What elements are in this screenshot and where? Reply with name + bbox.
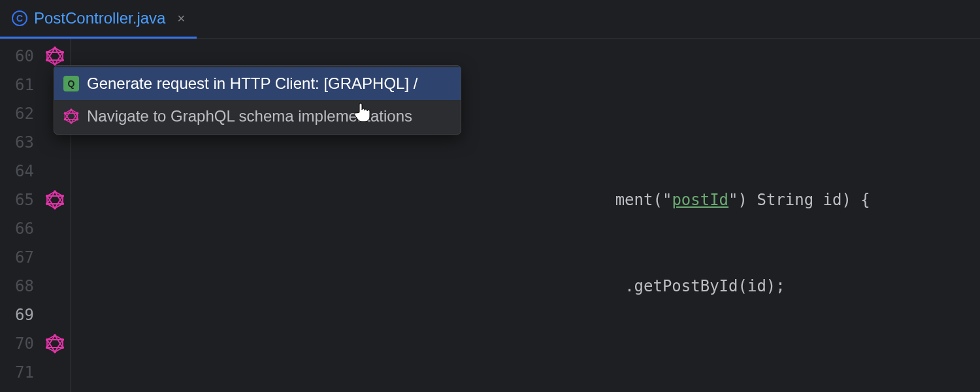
- intention-navigate-schema[interactable]: Navigate to GraphQL schema implementatio…: [54, 100, 461, 133]
- line-number: 61: [0, 71, 34, 99]
- svg-point-2: [61, 51, 64, 54]
- svg-point-16: [61, 338, 64, 341]
- line-number: 64: [0, 157, 34, 186]
- line-number: 62: [0, 99, 34, 128]
- svg-point-9: [61, 195, 64, 197]
- svg-point-27: [64, 112, 66, 114]
- line-number-gutter: 606162636465666768697071: [0, 39, 39, 392]
- line-number: 65: [0, 186, 34, 214]
- svg-point-6: [46, 51, 48, 54]
- svg-point-5: [46, 59, 48, 61]
- java-class-icon: C: [12, 10, 27, 26]
- tab-filename: PostController.java: [34, 9, 165, 27]
- gutter-spacer: [39, 358, 71, 387]
- svg-point-3: [61, 59, 64, 61]
- svg-point-12: [46, 203, 48, 205]
- editor-tab-postcontroller[interactable]: C PostController.java ×: [0, 0, 197, 39]
- line-number: 60: [0, 42, 34, 71]
- close-tab-icon[interactable]: ×: [177, 11, 185, 26]
- editor-tab-bar: C PostController.java ×: [0, 0, 980, 39]
- line-number: 66: [0, 214, 34, 243]
- svg-point-25: [70, 122, 72, 123]
- svg-point-8: [54, 190, 56, 193]
- line-number: 68: [0, 272, 34, 301]
- graphql-icon: [63, 108, 79, 124]
- gutter-spacer: [39, 214, 71, 243]
- http-client-icon: Q: [63, 76, 79, 91]
- code-line[interactable]: xxxxxxxxxxxxxxxxxxxxxxxxxxxxxxxxxxxxxxxx…: [76, 186, 980, 214]
- gutter-spacer: [39, 157, 71, 186]
- svg-point-19: [46, 346, 48, 349]
- svg-point-20: [46, 338, 48, 341]
- svg-point-18: [54, 351, 56, 353]
- svg-point-13: [46, 195, 48, 197]
- graphql-gutter-icon[interactable]: [39, 329, 71, 358]
- graphql-gutter-icon[interactable]: [39, 186, 71, 214]
- code-line[interactable]: xxxxxxxxxxxxxxxxxxxxxxxxxxxxxxxxxxxxxxxx…: [76, 272, 980, 301]
- code-editor[interactable]: 606162636465666768697071 @QueryMapping x…: [0, 39, 980, 392]
- svg-point-24: [76, 118, 78, 120]
- line-number: 71: [0, 358, 34, 387]
- line-number: 69: [0, 301, 34, 329]
- gutter-spacer: [39, 301, 71, 329]
- svg-point-10: [61, 203, 64, 205]
- popup-item-label: Navigate to GraphQL schema implementatio…: [87, 102, 412, 131]
- svg-point-22: [70, 108, 72, 110]
- gutter-spacer: [39, 272, 71, 301]
- svg-point-11: [54, 207, 56, 210]
- line-number: 67: [0, 243, 34, 272]
- line-number: 70: [0, 329, 34, 358]
- svg-point-1: [54, 46, 56, 49]
- svg-point-26: [64, 118, 66, 120]
- svg-point-15: [54, 334, 56, 336]
- gutter-spacer: [39, 243, 71, 272]
- svg-point-23: [76, 112, 78, 114]
- intention-action-popup: QGenerate request in HTTP Client: [GRAPH…: [54, 65, 461, 135]
- popup-item-label: Generate request in HTTP Client: [GRAPHQ…: [87, 69, 417, 98]
- code-line[interactable]: [76, 358, 980, 387]
- line-number: 63: [0, 128, 34, 157]
- intention-generate-http-request[interactable]: QGenerate request in HTTP Client: [GRAPH…: [54, 67, 461, 100]
- svg-point-17: [61, 346, 64, 349]
